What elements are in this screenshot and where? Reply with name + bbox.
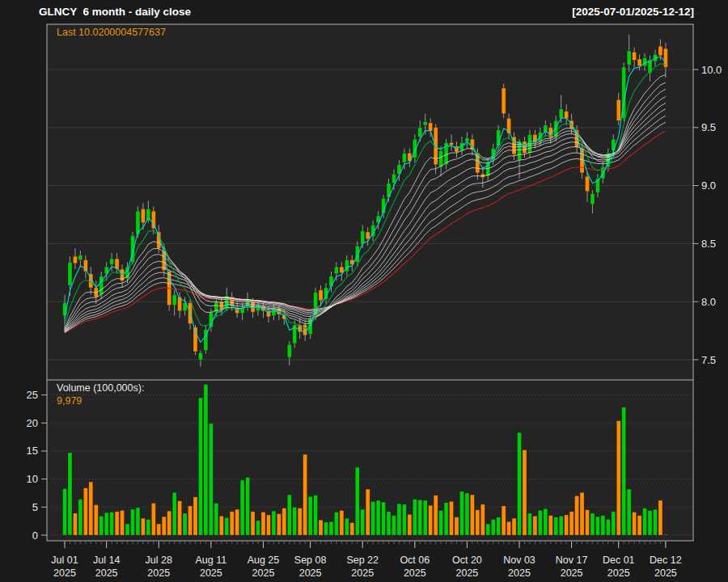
volume-panel-title: Volume (100,000s): bbox=[57, 382, 144, 394]
volume-bar bbox=[376, 500, 380, 535]
volume-bar bbox=[439, 510, 443, 535]
volume-bar bbox=[340, 510, 344, 535]
volume-bar bbox=[627, 489, 631, 535]
volume-bar bbox=[653, 509, 657, 535]
volume-bar bbox=[287, 495, 291, 535]
volume-bar bbox=[209, 424, 213, 535]
volume-bar bbox=[565, 515, 569, 535]
x-axis-label-year: 2025 bbox=[351, 567, 374, 579]
candle-body bbox=[83, 260, 87, 272]
volume-bar bbox=[240, 480, 244, 535]
x-axis-label: Dec 12 bbox=[650, 555, 682, 566]
candle-body bbox=[590, 194, 595, 205]
x-axis-label: Jul 28 bbox=[146, 555, 172, 566]
volume-bar bbox=[83, 488, 87, 535]
x-axis-label-year: 2025 bbox=[252, 567, 275, 579]
x-axis-label: Sep 22 bbox=[346, 555, 379, 566]
volume-bar bbox=[68, 453, 72, 535]
volume-bar bbox=[408, 514, 412, 535]
volume-bar bbox=[418, 500, 422, 535]
volume-bar bbox=[580, 492, 584, 535]
volume-bar bbox=[554, 517, 558, 535]
volume-bar bbox=[99, 516, 104, 535]
volume-bar bbox=[586, 510, 590, 535]
candle-body bbox=[612, 139, 616, 150]
volume-bar bbox=[277, 514, 281, 535]
volume-bar bbox=[293, 507, 297, 535]
volume-bar bbox=[350, 523, 354, 535]
volume-bar bbox=[151, 503, 155, 535]
x-axis-label-year: 2025 bbox=[654, 567, 677, 579]
volume-bar bbox=[308, 496, 312, 535]
candle-body bbox=[648, 61, 652, 74]
volume-bar bbox=[548, 516, 552, 535]
x-axis-label-year: 2025 bbox=[508, 567, 531, 579]
price-volume-chart[interactable]: 10.09.59.08.58.07.52520151050Jul 012025J… bbox=[0, 0, 728, 582]
volume-bar bbox=[355, 467, 359, 535]
volume-tick-label: 5 bbox=[32, 501, 38, 513]
volume-bar bbox=[480, 504, 485, 535]
candle-body bbox=[110, 259, 114, 264]
x-axis-label: Nov 03 bbox=[503, 555, 535, 566]
candle-body bbox=[198, 352, 202, 360]
volume-bar bbox=[507, 521, 511, 535]
volume-bar bbox=[658, 500, 662, 535]
volume-bar bbox=[63, 488, 67, 535]
price-tick-label: 8.5 bbox=[701, 238, 716, 250]
volume-bar bbox=[465, 493, 469, 535]
volume-bar bbox=[230, 512, 234, 535]
volume-bar bbox=[502, 506, 506, 535]
volume-bar bbox=[183, 513, 187, 535]
candle-body bbox=[502, 88, 506, 114]
volume-bar bbox=[125, 524, 129, 535]
volume-bar bbox=[298, 508, 302, 535]
volume-bar bbox=[94, 505, 98, 535]
price-tick-label: 10.0 bbox=[701, 64, 722, 76]
candle-body bbox=[355, 246, 359, 262]
candle-body bbox=[361, 231, 365, 244]
volume-bar bbox=[141, 518, 145, 535]
volume-bar bbox=[303, 454, 307, 535]
volume-bar bbox=[470, 495, 474, 535]
volume-bar bbox=[251, 512, 255, 535]
x-axis-label-year: 2025 bbox=[147, 567, 170, 579]
candle-body bbox=[429, 123, 433, 131]
candle-body bbox=[329, 276, 333, 287]
x-axis-label: Oct 06 bbox=[400, 555, 430, 566]
x-axis-label-year: 2025 bbox=[404, 567, 426, 579]
volume-bar bbox=[486, 524, 490, 535]
candle-body bbox=[627, 51, 631, 65]
x-axis-label: Dec 01 bbox=[603, 555, 635, 566]
candle-body bbox=[450, 142, 454, 145]
volume-bar bbox=[89, 482, 93, 535]
date-range-label: [2025-07-01/2025-12-12] bbox=[572, 6, 694, 18]
volume-bar bbox=[162, 517, 166, 535]
chart-window: 10.09.59.08.58.07.52520151050Jul 012025J… bbox=[0, 0, 728, 582]
volume-last-value: 9,979 bbox=[57, 395, 82, 407]
volume-bar bbox=[136, 508, 140, 535]
volume-bar bbox=[423, 500, 427, 535]
volume-bar bbox=[78, 500, 83, 535]
volume-bar bbox=[606, 520, 610, 535]
candle-body bbox=[658, 46, 662, 55]
volume-bar bbox=[595, 517, 599, 535]
volume-bar bbox=[392, 516, 396, 535]
candle-body bbox=[402, 153, 406, 162]
volume-bar bbox=[387, 512, 391, 535]
volume-tick-label: 0 bbox=[32, 529, 38, 542]
x-axis-label: Aug 25 bbox=[248, 555, 280, 566]
volume-tick-label: 10 bbox=[27, 473, 38, 485]
candle-body bbox=[99, 276, 104, 295]
volume-bar bbox=[121, 510, 125, 535]
candle-body bbox=[418, 128, 422, 137]
volume-bar bbox=[402, 504, 406, 535]
volume-bar bbox=[518, 432, 522, 535]
volume-bar bbox=[73, 513, 77, 535]
volume-bar bbox=[533, 516, 537, 535]
candle-body bbox=[340, 267, 344, 272]
volume-bar bbox=[198, 398, 202, 535]
price-tick-label: 9.5 bbox=[701, 121, 716, 133]
candle-body bbox=[423, 122, 427, 125]
volume-bar bbox=[235, 509, 239, 535]
volume-bar bbox=[559, 516, 563, 535]
